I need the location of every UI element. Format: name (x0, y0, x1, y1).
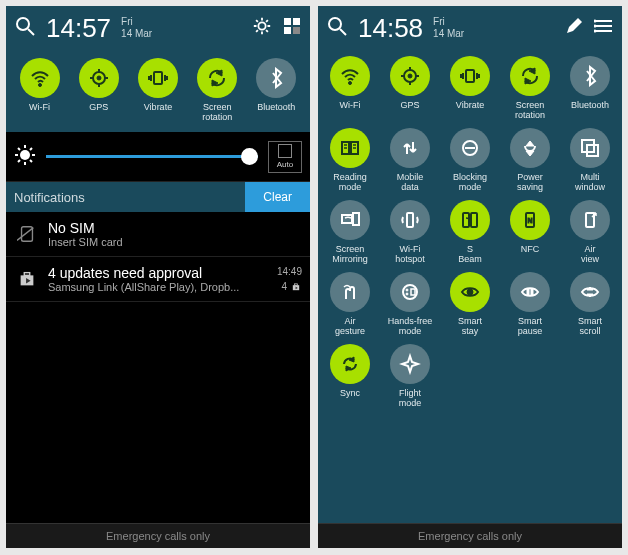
collapse-list-icon[interactable] (594, 16, 614, 40)
toggle-powersave[interactable]: Powersaving (502, 128, 558, 192)
toggle-label: Screenrotation (202, 102, 232, 122)
notification-panel-collapsed: 14:57 Fri14 Mar Wi-Fi GPS Vibrate Screen… (6, 6, 310, 548)
footer-status: Emergency calls only (318, 523, 622, 548)
toggle-label: GPS (89, 102, 108, 112)
toggle-label: Smartpause (518, 316, 543, 336)
notification-title: No SIM (48, 220, 302, 236)
settings-icon[interactable] (252, 16, 272, 40)
toggle-multiwindow[interactable]: Multiwindow (562, 128, 618, 192)
toggle-bluetooth[interactable]: Bluetooth (248, 58, 304, 122)
toggle-sbeam[interactable]: SBeam (442, 200, 498, 264)
toggle-label: Wi-Fi (29, 102, 50, 112)
edit-icon[interactable] (564, 16, 584, 40)
toggle-label: Wi-Fihotspot (395, 244, 425, 264)
toggle-hotspot[interactable]: Wi-Fihotspot (382, 200, 438, 264)
toggle-gps[interactable]: GPS (71, 58, 127, 122)
toggle-mobiledata[interactable]: Mobiledata (382, 128, 438, 192)
toggle-label: Blockingmode (453, 172, 487, 192)
clock-date: Fri14 Mar (121, 16, 152, 40)
toggle-smartstay[interactable]: Smartstay (442, 272, 498, 336)
toggle-gps[interactable]: GPS (382, 56, 438, 110)
notifications-header: Notifications Clear (6, 182, 310, 212)
clock-time: 14:57 (46, 13, 111, 44)
no-sim-icon (14, 224, 40, 244)
notification-item[interactable]: 4 updates need approval Samsung Link (Al… (6, 257, 310, 302)
toggle-wifi[interactable]: Wi-Fi (12, 58, 68, 122)
toggle-smartscroll[interactable]: Smartscroll (562, 272, 618, 336)
clock-date: Fri14 Mar (433, 16, 464, 40)
expand-grid-icon[interactable] (282, 16, 302, 40)
clock-time: 14:58 (358, 13, 423, 44)
toggle-rotate[interactable]: Screenrotation (502, 56, 558, 120)
search-icon[interactable] (14, 15, 36, 41)
search-icon[interactable] (326, 15, 348, 41)
toggle-nfc[interactable]: NFC (502, 200, 558, 254)
quick-toggles-grid: Wi-Fi GPS Vibrate Screenrotation Bluetoo… (318, 50, 622, 523)
toggle-smartpause[interactable]: Smartpause (502, 272, 558, 336)
toggle-label: Hands-freemode (388, 316, 433, 336)
notification-meta: 14:49 4 (277, 266, 302, 292)
notification-subtitle: Insert SIM card (48, 236, 302, 248)
toggle-airgesture[interactable]: Airgesture (322, 272, 378, 336)
toggle-label: Airview (581, 244, 599, 264)
panel-header: 14:57 Fri14 Mar (6, 6, 310, 50)
toggle-label: Flightmode (399, 388, 422, 408)
toggle-label: ScreenMirroring (332, 244, 368, 264)
notification-title: 4 updates need approval (48, 265, 271, 281)
toggle-label: Powersaving (517, 172, 543, 192)
toggle-label: Smartscroll (578, 316, 602, 336)
clear-button[interactable]: Clear (245, 182, 310, 212)
toggle-vibrate[interactable]: Vibrate (130, 58, 186, 122)
toggle-label: NFC (521, 244, 540, 254)
toggle-airview[interactable]: Airview (562, 200, 618, 264)
toggle-label: Sync (340, 388, 360, 398)
toggle-label: Vibrate (456, 100, 484, 110)
brightness-icon (14, 144, 36, 170)
toggle-label: Readingmode (333, 172, 367, 192)
toggle-label: Vibrate (144, 102, 172, 112)
brightness-slider[interactable] (46, 155, 258, 158)
toggle-reading[interactable]: Readingmode (322, 128, 378, 192)
notifications-title: Notifications (6, 190, 245, 205)
toggle-vibrate[interactable]: Vibrate (442, 56, 498, 110)
toggle-label: Airgesture (335, 316, 365, 336)
notification-item[interactable]: No SIM Insert SIM card (6, 212, 310, 257)
footer-status: Emergency calls only (6, 523, 310, 548)
toggle-handsfree[interactable]: Hands-freemode (382, 272, 438, 336)
toggle-label: Wi-Fi (340, 100, 361, 110)
brightness-auto-toggle[interactable]: Auto (268, 141, 302, 173)
toggle-wifi[interactable]: Wi-Fi (322, 56, 378, 110)
toggle-label: SBeam (458, 244, 482, 264)
toggle-label: Bluetooth (571, 100, 609, 110)
toggle-label: Bluetooth (257, 102, 295, 112)
notification-subtitle: Samsung Link (AllShare Play), Dropb... (48, 281, 271, 293)
toggle-label: Smartstay (458, 316, 482, 336)
toggle-flight[interactable]: Flightmode (382, 344, 438, 408)
notification-panel-expanded: 14:58 Fri14 Mar Wi-Fi GPS Vibrate Screen… (318, 6, 622, 548)
panel-header: 14:58 Fri14 Mar (318, 6, 622, 50)
store-icon (14, 269, 40, 289)
toggle-label: Multiwindow (575, 172, 605, 192)
toggle-label: Screenrotation (515, 100, 545, 120)
quick-toggles-row: Wi-Fi GPS Vibrate Screenrotation Bluetoo… (6, 50, 310, 132)
toggle-mirror[interactable]: ScreenMirroring (322, 200, 378, 264)
toggle-sync[interactable]: Sync (322, 344, 378, 398)
brightness-row: Auto (6, 132, 310, 182)
toggle-blocking[interactable]: Blockingmode (442, 128, 498, 192)
toggle-bluetooth[interactable]: Bluetooth (562, 56, 618, 110)
toggle-label: Mobiledata (397, 172, 424, 192)
toggle-label: GPS (400, 100, 419, 110)
toggle-rotate[interactable]: Screenrotation (189, 58, 245, 122)
